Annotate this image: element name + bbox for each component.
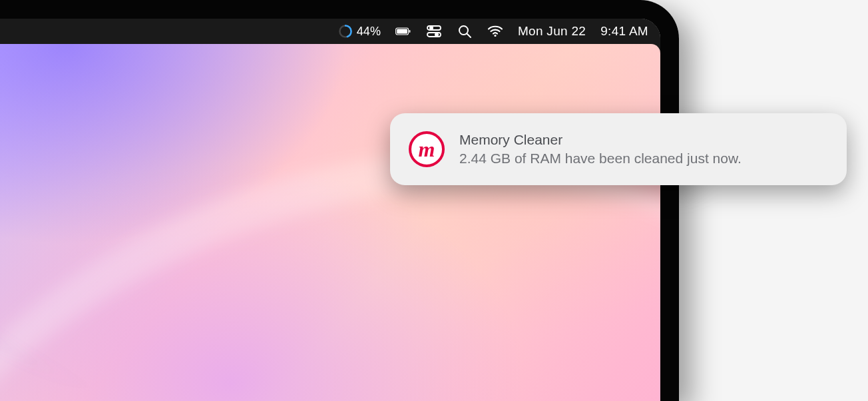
menubar-wifi[interactable]: [487, 23, 503, 39]
app-icon-letter: m: [419, 139, 435, 160]
svg-point-8: [435, 33, 439, 37]
battery-icon: [395, 23, 411, 39]
desktop-wallpaper: [0, 44, 660, 401]
progress-percent-label: 44%: [357, 25, 381, 39]
svg-line-10: [467, 34, 471, 38]
svg-rect-3: [397, 29, 407, 34]
menubar-control-center[interactable]: [426, 23, 442, 39]
control-center-icon: [426, 23, 442, 39]
search-icon: [457, 23, 473, 39]
notification-banner[interactable]: m Memory Cleaner 2.44 GB of RAM have bee…: [390, 113, 847, 185]
menubar: 44%: [0, 19, 660, 44]
notification-title: Memory Cleaner: [459, 132, 742, 148]
wifi-icon: [487, 23, 503, 39]
menubar-time[interactable]: 9:41 AM: [600, 24, 648, 39]
svg-rect-4: [409, 30, 410, 33]
svg-point-11: [494, 35, 496, 37]
notification-text: Memory Cleaner 2.44 GB of RAM have been …: [459, 132, 742, 167]
date-label: Mon Jun 22: [518, 24, 586, 39]
svg-point-6: [429, 26, 433, 30]
menubar-battery[interactable]: [395, 23, 411, 39]
menubar-search[interactable]: [457, 23, 473, 39]
menubar-progress[interactable]: 44%: [338, 24, 381, 39]
notification-app-icon: m: [409, 131, 445, 167]
time-label: 9:41 AM: [600, 24, 648, 39]
device-frame: 44%: [0, 0, 679, 401]
menubar-date[interactable]: Mon Jun 22: [518, 24, 586, 39]
screen: 44%: [0, 19, 660, 401]
notification-message: 2.44 GB of RAM have been cleaned just no…: [459, 151, 742, 167]
progress-ring-icon: [338, 24, 353, 39]
